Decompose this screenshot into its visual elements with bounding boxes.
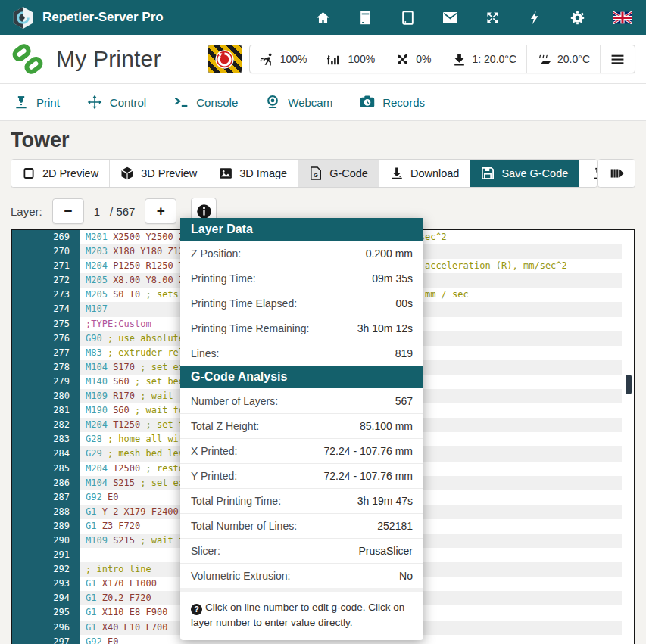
layer-plus-button[interactable]: + [145, 198, 176, 224]
line-number[interactable]: 269 [12, 230, 80, 244]
layer-data-rows: Z Position:0.200 mmPrinting Time:09m 35s… [180, 241, 423, 366]
line-number[interactable]: 289 [12, 519, 80, 534]
flow-icon [327, 52, 342, 67]
line-number[interactable]: 282 [12, 418, 80, 432]
2d-preview-button[interactable]: 2D Preview [11, 160, 109, 187]
line-number[interactable]: 295 [12, 605, 80, 620]
layer-animation-group [598, 159, 635, 188]
top-navbar: Repetier-Server Pro [0, 0, 646, 35]
tab-records[interactable]: Records [360, 95, 425, 110]
status-pill-group: 100%100%0%1: 20.0°C20.0°C [249, 45, 635, 73]
popup-row-label: Lines: [191, 347, 219, 359]
emergency-stop-button[interactable] [208, 45, 242, 73]
line-number[interactable]: 273 [12, 288, 80, 302]
line-number[interactable]: 294 [12, 591, 80, 605]
layer-minus-button[interactable]: − [52, 198, 84, 224]
status-flow-value: 100% [348, 53, 375, 65]
control-icon [87, 95, 102, 110]
line-number[interactable]: 287 [12, 490, 80, 505]
language-flag-icon[interactable] [613, 11, 632, 24]
brand[interactable]: Repetier-Server Pro [12, 6, 164, 30]
download-button[interactable]: Download [379, 160, 470, 187]
status-extruder-value: 1: 20.0°C [473, 53, 517, 65]
popup-row-label: Printing Time Elapsed: [191, 297, 297, 310]
3d-preview-button[interactable]: 3D Preview [109, 160, 208, 187]
tablet-icon[interactable] [401, 11, 415, 25]
line-number[interactable]: 290 [12, 534, 80, 548]
line-number[interactable]: 293 [12, 577, 80, 591]
mail-icon[interactable] [443, 11, 457, 25]
popup-row-label: Y Printed: [191, 470, 237, 482]
tab-print[interactable]: Print [14, 95, 60, 110]
line-number[interactable]: 292 [12, 562, 80, 577]
popup-row: Printing Time Elapsed:00s [180, 291, 423, 316]
line-number[interactable]: 297 [12, 635, 80, 644]
image-icon [219, 166, 232, 180]
line-number[interactable]: 274 [12, 302, 80, 316]
line-number[interactable]: 281 [12, 403, 80, 418]
line-number[interactable]: 286 [12, 476, 80, 490]
status-extruder[interactable]: 1: 20.0°C [442, 45, 527, 73]
tab-webcam[interactable]: Webcam [265, 95, 332, 110]
line-number[interactable]: 280 [12, 389, 80, 403]
line-number[interactable]: 272 [12, 273, 80, 288]
tab-label: Control [110, 96, 146, 109]
line-number[interactable]: 283 [12, 432, 80, 446]
print-button[interactable] [579, 160, 597, 187]
gear-icon[interactable] [570, 11, 585, 25]
gcode-analysis-rows: Number of Layers:567Total Z Height:85.10… [180, 388, 423, 588]
popup-row-value: No [399, 570, 413, 582]
layer-info-popup: Layer Data Z Position:0.200 mmPrinting T… [180, 218, 423, 640]
line-number[interactable]: 278 [12, 360, 80, 375]
status-bed[interactable]: 20.0°C [526, 45, 600, 73]
tab-control[interactable]: Control [87, 95, 146, 110]
layer-current[interactable]: 1 [94, 205, 100, 218]
nozzle-icon [591, 166, 597, 180]
tab-label: Print [36, 96, 60, 109]
line-number[interactable]: 288 [12, 505, 80, 519]
save-gcode-button[interactable]: Save G-Code [470, 160, 579, 187]
layer-animation-button[interactable] [598, 160, 635, 187]
line-number[interactable]: 291 [12, 548, 80, 562]
popup-row-value: 72.24 - 107.76 mm [323, 470, 413, 482]
bolt-icon[interactable] [528, 11, 542, 25]
gcode-scrollbar-track[interactable] [622, 230, 634, 644]
3d-image-button[interactable]: 3D Image [208, 160, 298, 187]
gcode-button[interactable]: GG-Code [298, 160, 379, 187]
printer-menu-button[interactable] [600, 45, 635, 73]
line-number[interactable]: 277 [12, 346, 80, 360]
home-icon[interactable] [316, 11, 330, 25]
line-number[interactable]: 279 [12, 375, 80, 389]
popup-row-label: Number of Layers: [191, 395, 278, 407]
help-icon: ? [191, 604, 202, 615]
popup-row-value: 09m 35s [372, 272, 413, 285]
gfile-icon: G [309, 166, 323, 180]
fullscreen-icon[interactable] [485, 11, 500, 25]
status-fan[interactable]: 0% [385, 45, 441, 73]
popup-row: Volumetric Extrusion:No [180, 563, 423, 588]
line-number[interactable]: 275 [12, 317, 80, 331]
cube-icon [120, 166, 134, 180]
line-number[interactable]: 276 [12, 331, 80, 346]
status-flow[interactable]: 100% [317, 45, 385, 73]
line-number[interactable]: 270 [12, 244, 80, 259]
line-number[interactable]: 296 [12, 621, 80, 635]
tab-console[interactable]: Console [173, 95, 238, 110]
printer-box-icon[interactable] [358, 11, 373, 25]
extruder-icon [452, 52, 467, 67]
status-speed-value: 100% [280, 53, 307, 65]
link-chain-icon[interactable] [11, 44, 45, 75]
layers-play-icon [610, 166, 624, 180]
popup-row-label: Printing Time Remaining: [191, 322, 309, 334]
menu-icon [610, 52, 625, 67]
view-toolbar: 2D Preview3D Preview3D ImageGG-CodeDownl… [11, 159, 635, 188]
status-speed[interactable]: 100% [250, 45, 317, 73]
gcode-scrollbar-thumb[interactable] [626, 375, 632, 394]
line-number[interactable]: 284 [12, 446, 80, 461]
line-number[interactable]: 271 [12, 259, 80, 273]
webcam-icon [265, 95, 280, 110]
tab-label: Console [196, 96, 238, 109]
button-label: 3D Image [239, 167, 287, 179]
info-icon [196, 204, 212, 219]
line-number[interactable]: 285 [12, 462, 80, 476]
